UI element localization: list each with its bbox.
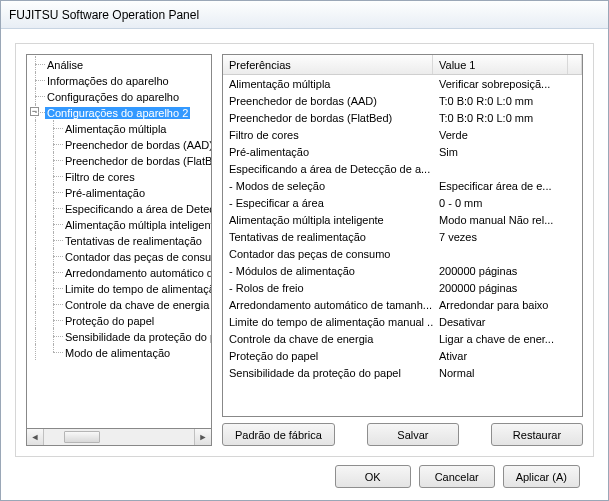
header-value1[interactable]: Value 1 <box>433 55 568 74</box>
tree-item-label: Modo de alimentação <box>63 347 172 359</box>
value-cell: Modo manual Não rel... <box>433 214 582 226</box>
tree-item[interactable]: Limite do tempo de alimentação manual <box>27 281 211 297</box>
preferences-list[interactable]: Preferências Value 1 Alimentação múltipl… <box>222 54 583 417</box>
list-row[interactable]: Preenchedor de bordas (FlatBed)T:0 B:0 R… <box>223 109 582 126</box>
tree-item[interactable]: Filtro de cores <box>27 169 211 185</box>
value-cell: Arredondar para baixo <box>433 299 582 311</box>
value-cell: 0 - 0 mm <box>433 197 582 209</box>
tree-item[interactable]: Contador das peças de consumo <box>27 249 211 265</box>
pref-cell: - Rolos de freio <box>223 282 433 294</box>
list-row[interactable]: Tentativas de realimentação7 vezes <box>223 228 582 245</box>
tree-item-label: Alimentação múltipla <box>63 123 169 135</box>
tree-item[interactable]: Modo de alimentação <box>27 345 211 361</box>
tree-item-label: Configurações do aparelho <box>45 91 181 103</box>
header-tail <box>568 55 582 74</box>
value-cell: Verificar sobreposiçã... <box>433 78 582 90</box>
apply-button[interactable]: Aplicar (A) <box>503 465 580 488</box>
list-row[interactable]: Alimentação múltiplaVerificar sobreposiç… <box>223 75 582 92</box>
window-title: FUJITSU Software Operation Panel <box>9 8 199 22</box>
scroll-right-icon[interactable]: ► <box>194 429 211 445</box>
value-cell: T:0 B:0 R:0 L:0 mm <box>433 95 582 107</box>
restore-button[interactable]: Restaurar <box>491 423 583 446</box>
list-row[interactable]: - Modos de seleçãoEspecificar área de e.… <box>223 177 582 194</box>
tree-item[interactable]: Proteção do papel <box>27 313 211 329</box>
list-row[interactable]: Alimentação múltipla inteligenteModo man… <box>223 211 582 228</box>
tree-item-label: Proteção do papel <box>63 315 156 327</box>
list-header: Preferências Value 1 <box>223 55 582 75</box>
value-cell: Sim <box>433 146 582 158</box>
list-row[interactable]: Limite do tempo de alimentação manual ..… <box>223 313 582 330</box>
tree-item-label: Filtro de cores <box>63 171 137 183</box>
value-cell: Ativar <box>433 350 582 362</box>
list-row[interactable]: Proteção do papelAtivar <box>223 347 582 364</box>
value-cell: Normal <box>433 367 582 379</box>
tree-item-label: Configurações do aparelho 2 <box>45 107 190 119</box>
list-row[interactable]: Filtro de coresVerde <box>223 126 582 143</box>
tree-item-label: Tentativas de realimentação <box>63 235 204 247</box>
list-row[interactable]: - Especificar a área0 - 0 mm <box>223 194 582 211</box>
tree-item[interactable]: Preenchedor de bordas (FlatBed) <box>27 153 211 169</box>
tree-item-label: Contador das peças de consumo <box>63 251 211 263</box>
pref-cell: Controle da chave de energia <box>223 333 433 345</box>
app-window: FUJITSU Software Operation Panel Análise… <box>0 0 609 501</box>
list-row[interactable]: Pré-alimentaçãoSim <box>223 143 582 160</box>
list-row[interactable]: Controle da chave de energiaLigar a chav… <box>223 330 582 347</box>
value-cell: 7 vezes <box>433 231 582 243</box>
scroll-track[interactable] <box>44 429 194 445</box>
scroll-left-icon[interactable]: ◄ <box>27 429 44 445</box>
details-pane: Preferências Value 1 Alimentação múltipl… <box>222 54 583 446</box>
tree-item[interactable]: Sensibilidade da proteção do papel <box>27 329 211 345</box>
list-row[interactable]: Sensibilidade da proteção do papelNormal <box>223 364 582 381</box>
pref-cell: Contador das peças de consumo <box>223 248 433 260</box>
ok-button[interactable]: OK <box>335 465 411 488</box>
settings-tree[interactable]: AnáliseInformações do aparelhoConfiguraç… <box>26 54 212 429</box>
list-row[interactable]: - Rolos de freio200000 páginas <box>223 279 582 296</box>
tree-item-label: Pré-alimentação <box>63 187 147 199</box>
factory-default-button[interactable]: Padrão de fábrica <box>222 423 335 446</box>
tree-item[interactable]: Preenchedor de bordas (AAD) <box>27 137 211 153</box>
list-row[interactable]: Arredondamento automático de tamanh...Ar… <box>223 296 582 313</box>
titlebar: FUJITSU Software Operation Panel <box>1 1 608 29</box>
pref-cell: - Modos de seleção <box>223 180 433 192</box>
tree-hscrollbar[interactable]: ◄ ► <box>26 429 212 446</box>
tree-item[interactable]: Informações do aparelho <box>27 73 211 89</box>
pref-cell: Preenchedor de bordas (FlatBed) <box>223 112 433 124</box>
pref-cell: Preenchedor de bordas (AAD) <box>223 95 433 107</box>
pref-cell: Sensibilidade da proteção do papel <box>223 367 433 379</box>
pref-cell: Proteção do papel <box>223 350 433 362</box>
tree-item-label: Informações do aparelho <box>45 75 171 87</box>
pref-cell: Limite do tempo de alimentação manual ..… <box>223 316 433 328</box>
tree-item-label: Controle da chave de energia <box>63 299 211 311</box>
scroll-thumb[interactable] <box>64 431 100 443</box>
content-area: AnáliseInformações do aparelhoConfiguraç… <box>1 29 608 500</box>
tree-item[interactable]: Controle da chave de energia <box>27 297 211 313</box>
tree-item[interactable]: Pré-alimentação <box>27 185 211 201</box>
list-row[interactable]: Especificando a área de Detecção de a... <box>223 160 582 177</box>
tree-item[interactable]: Especificando a área de Detecção de alim… <box>27 201 211 217</box>
tree-item[interactable]: −Configurações do aparelho 2 <box>27 105 211 121</box>
pref-cell: - Especificar a área <box>223 197 433 209</box>
dialog-button-row: OK Cancelar Aplicar (A) <box>15 457 594 500</box>
tree-item[interactable]: Alimentação múltipla inteligente <box>27 217 211 233</box>
panel-button-row: Padrão de fábrica Salvar Restaurar <box>222 423 583 446</box>
tree-item[interactable]: Configurações do aparelho <box>27 89 211 105</box>
cancel-button[interactable]: Cancelar <box>419 465 495 488</box>
header-preferencias[interactable]: Preferências <box>223 55 433 74</box>
list-row[interactable]: Contador das peças de consumo <box>223 245 582 262</box>
list-row[interactable]: Preenchedor de bordas (AAD)T:0 B:0 R:0 L… <box>223 92 582 109</box>
tree-item[interactable]: Alimentação múltipla <box>27 121 211 137</box>
value-cell: 200000 páginas <box>433 282 582 294</box>
tree-item-label: Preenchedor de bordas (FlatBed) <box>63 155 211 167</box>
pref-cell: Filtro de cores <box>223 129 433 141</box>
collapse-icon[interactable]: − <box>30 107 39 116</box>
tree-item[interactable]: Tentativas de realimentação <box>27 233 211 249</box>
tree-item[interactable]: Arredondamento automático do tamanho <box>27 265 211 281</box>
pref-cell: Tentativas de realimentação <box>223 231 433 243</box>
tree-item[interactable]: Análise <box>27 57 211 73</box>
tree-item-label: Alimentação múltipla inteligente <box>63 219 211 231</box>
save-button[interactable]: Salvar <box>367 423 459 446</box>
list-row[interactable]: - Módulos de alimentação200000 páginas <box>223 262 582 279</box>
value-cell: 200000 páginas <box>433 265 582 277</box>
value-cell: Verde <box>433 129 582 141</box>
pref-cell: Alimentação múltipla <box>223 78 433 90</box>
